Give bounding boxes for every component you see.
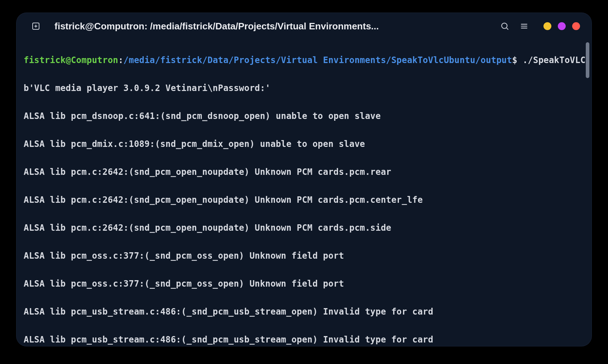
output-line: ALSA lib pcm.c:2642:(snd_pcm_open_noupda… [24,193,589,207]
output-line: ALSA lib pcm_dmix.c:1089:(snd_pcm_dmix_o… [24,137,589,151]
prompt-user-host: fistrick@Computron [24,55,118,65]
prompt-line: fistrick@Computron:/media/fistrick/Data/… [24,53,589,67]
output-line: ALSA lib pcm_oss.c:377:(_snd_pcm_oss_ope… [24,277,589,291]
output-line: ALSA lib pcm.c:2642:(snd_pcm_open_noupda… [24,221,589,235]
prompt-path: /media/fistrick/Data/Projects/Virtual En… [123,55,512,65]
prompt-dollar: $ [512,55,522,65]
output-line: ALSA lib pcm.c:2642:(snd_pcm_open_noupda… [24,165,589,179]
output-line: ALSA lib pcm_dsnoop.c:641:(snd_pcm_dsnoo… [24,109,589,123]
hamburger-menu-icon[interactable] [519,21,529,31]
search-icon[interactable] [500,21,510,31]
close-button[interactable] [572,22,580,30]
new-tab-icon[interactable] [31,21,41,31]
minimize-button[interactable] [543,22,551,30]
prompt-colon: : [118,55,124,65]
maximize-button[interactable] [558,22,566,30]
output-line: ALSA lib pcm_usb_stream.c:486:(_snd_pcm_… [24,333,589,346]
window-title: fistrick@Computron: /media/fistrick/Data… [47,21,493,32]
terminal-body[interactable]: fistrick@Computron:/media/fistrick/Data/… [16,39,592,346]
output-line: ALSA lib pcm_usb_stream.c:486:(_snd_pcm_… [24,305,589,319]
scrollbar-thumb[interactable] [586,42,589,78]
terminal-window: fistrick@Computron: /media/fistrick/Data… [16,13,592,346]
output-line: b'VLC media player 3.0.9.2 Vetinari\nPas… [24,81,589,95]
terminal-output: fistrick@Computron:/media/fistrick/Data/… [24,39,589,346]
titlebar: fistrick@Computron: /media/fistrick/Data… [16,13,592,39]
window-controls [543,22,580,30]
output-line: ALSA lib pcm_oss.c:377:(_snd_pcm_oss_ope… [24,249,589,263]
titlebar-actions [500,21,580,31]
svg-line-4 [507,28,508,30]
prompt-command: ./SpeakToVLC [523,55,586,65]
svg-point-3 [502,23,507,28]
